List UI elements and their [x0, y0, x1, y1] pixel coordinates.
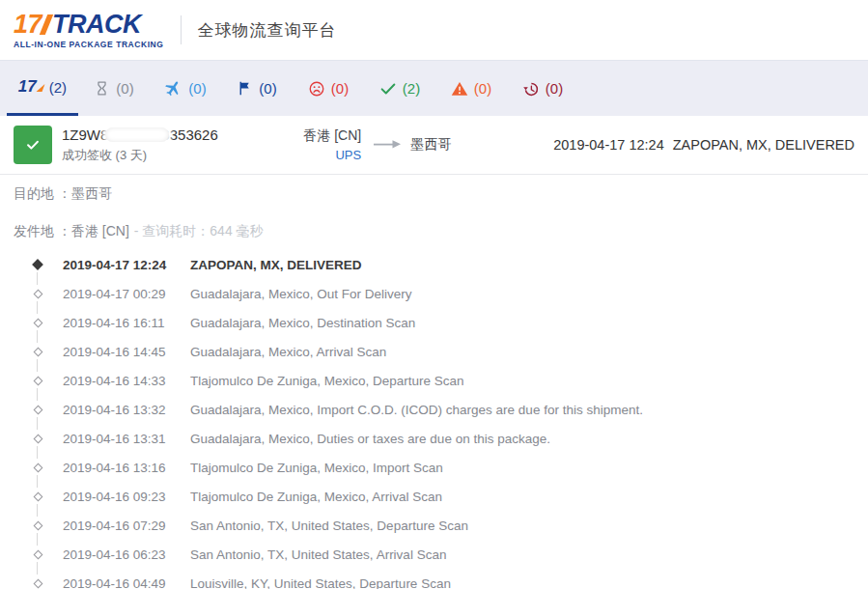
redacted-blur [105, 127, 169, 142]
timeline-event-status: Guadalajara, Mexico, Out For Delivery [190, 287, 868, 301]
timeline-diamond-icon [32, 580, 43, 587]
timeline-event-status: Guadalajara, Mexico, Duties or taxes are… [190, 432, 868, 446]
brand-tagline: ALL-IN-ONE PACKAGE TRACKING [14, 40, 163, 49]
timeline-event-status: Louisville, KY, United States, Departure… [190, 576, 868, 589]
origin-value: 香港 [CN] [71, 223, 129, 240]
timeline-event-time: 2019-04-16 13:31 [63, 432, 190, 446]
tab-alert-count: (0) [474, 80, 491, 97]
timeline-event-time: 2019-04-16 07:29 [63, 519, 190, 533]
destination-label: 目的地 ： [14, 185, 71, 203]
timeline-event-row: 2019-04-16 06:23 San Antonio, TX, United… [0, 540, 868, 569]
timeline-event-time: 2019-04-17 12:24 [63, 258, 190, 272]
destination-value: 墨西哥 [71, 185, 112, 203]
site-title: 全球物流查询平台 [197, 19, 336, 42]
timeline-diamond-icon [32, 291, 43, 297]
timeline-event-status: Guadalajara, Mexico, Arrival Scan [190, 345, 868, 359]
tab-undelivered-count: (0) [331, 80, 349, 97]
timeline-event-time: 2019-04-16 16:11 [63, 316, 190, 330]
timeline-event-status: San Antonio, TX, United States, Arrival … [190, 547, 868, 562]
route-arrow-icon [373, 136, 402, 154]
route-origin: 香港 [CN] [292, 127, 361, 145]
timeline-event-row: 2019-04-16 07:29 San Antonio, TX, United… [0, 511, 868, 540]
package-summary-row[interactable]: 1Z9W86353626 成功签收 (3 天) 香港 [CN] UPS 墨西哥 … [0, 116, 868, 175]
timeline-event-row: 2019-04-16 09:23 Tlajomulco De Zuniga, M… [0, 482, 868, 511]
history-clock-icon [522, 80, 540, 98]
tab-pending[interactable]: (0) [78, 61, 150, 116]
warning-icon [451, 80, 468, 98]
timeline-event-row: 2019-04-16 14:45 Guadalajara, Mexico, Ar… [0, 337, 868, 366]
timeline-event-time: 2019-04-16 14:33 [63, 374, 190, 388]
tracking-number: 1Z9W86353626 [62, 126, 218, 143]
tab-alert[interactable]: (0) [435, 61, 507, 116]
carrier-link[interactable]: UPS [292, 148, 361, 162]
timeline-event-row: 2019-04-16 13:32 Guadalajara, Mexico, Im… [0, 395, 868, 424]
origin-label: 发件地 ： [14, 223, 71, 240]
timeline-event-time: 2019-04-16 09:23 [63, 490, 190, 504]
flag-icon [237, 80, 253, 97]
status-tabbar: 17 (2) (0) (0) (0) (0) (2) (0 [0, 60, 868, 116]
latest-event: 2019-04-17 12:24 ZAPOPAN, MX, DELIVERED [553, 137, 854, 153]
check-icon [379, 80, 397, 98]
timeline-event-status: Guadalajara, Mexico, Destination Scan [190, 316, 868, 330]
tab-expired[interactable]: (0) [507, 61, 578, 116]
tab-pending-count: (0) [116, 80, 133, 97]
header: 17 TRACK ALL-IN-ONE PACKAGE TRACKING 全球物… [0, 0, 868, 60]
timeline-event-row: 2019-04-17 00:29 Guadalajara, Mexico, Ou… [0, 279, 868, 308]
tab-all[interactable]: 17 (2) [7, 61, 78, 116]
timeline-event-status: Tlajomulco De Zuniga, Mexico, Arrival Sc… [190, 490, 868, 504]
route: 香港 [CN] UPS 墨西哥 [292, 127, 451, 162]
seventeen-logo-icon: 17 [18, 77, 43, 97]
timeline-event-time: 2019-04-16 14:45 [63, 345, 190, 359]
tab-in-transit[interactable]: (0) [150, 61, 221, 116]
tab-delivered[interactable]: (2) [364, 61, 435, 116]
timeline-event-status: Tlajomulco De Zuniga, Mexico, Import Sca… [190, 461, 868, 475]
timeline-diamond-icon [32, 435, 43, 442]
brand-17-text: 17 [14, 12, 42, 38]
timeline-event-time: 2019-04-16 04:49 [63, 576, 190, 589]
timeline-event-status: ZAPOPAN, MX, DELIVERED [190, 258, 868, 272]
route-destination: 墨西哥 [410, 136, 451, 154]
timeline-diamond-icon [32, 407, 43, 413]
brand-logo[interactable]: 17 TRACK ALL-IN-ONE PACKAGE TRACKING [14, 12, 163, 49]
tab-expired-count: (0) [546, 80, 563, 97]
timeline-event-row: 2019-04-16 04:49 Louisville, KY, United … [0, 569, 868, 589]
timeline-diamond-icon [32, 551, 43, 558]
header-divider [181, 15, 182, 44]
origin-row: 发件地 ： 香港 [CN] - 查询耗时：644 毫秒 [14, 212, 868, 250]
timeline-event-row: 2019-04-16 13:31 Guadalajara, Mexico, Du… [0, 424, 868, 453]
timeline-event-time: 2019-04-17 00:29 [63, 287, 190, 301]
timeline-event-status: Guadalajara, Mexico, Import C.O.D. (ICOD… [190, 403, 868, 417]
tab-all-count: (2) [49, 79, 67, 96]
shipment-details: 目的地 ： 墨西哥 发件地 ： 香港 [CN] - 查询耗时：644 毫秒 [0, 175, 868, 250]
timeline-event-time: 2019-04-16 13:32 [63, 403, 190, 417]
brand-track-text: TRACK [52, 12, 141, 38]
timeline-event-status: Tlajomulco De Zuniga, Mexico, Departure … [190, 374, 868, 388]
hourglass-icon [94, 80, 110, 97]
sad-face-icon [308, 80, 325, 98]
delivered-check-icon [14, 126, 52, 164]
tab-pick-up-count: (0) [259, 80, 276, 97]
timeline-diamond-icon [32, 320, 43, 326]
timeline-diamond-icon [32, 464, 43, 471]
tab-delivered-count: (2) [403, 80, 420, 97]
timeline-diamond-icon [32, 378, 43, 384]
tab-undelivered[interactable]: (0) [293, 61, 364, 116]
timeline-event-row: 2019-04-17 12:24 ZAPOPAN, MX, DELIVERED [0, 250, 868, 279]
tab-pick-up[interactable]: (0) [221, 61, 293, 116]
timeline-event-row: 2019-04-16 16:11 Guadalajara, Mexico, De… [0, 308, 868, 337]
tracking-timeline: 2019-04-17 12:24 ZAPOPAN, MX, DELIVERED … [0, 250, 868, 589]
timeline-diamond-icon [32, 522, 43, 529]
delivery-status-text: 成功签收 (3 天) [62, 147, 218, 164]
tab-in-transit-count: (0) [188, 80, 206, 97]
latest-event-time: 2019-04-17 12:24 [553, 137, 664, 153]
timeline-diamond-icon [32, 349, 43, 355]
latest-event-status: ZAPOPAN, MX, DELIVERED [673, 137, 854, 153]
timeline-event-row: 2019-04-16 14:33 Tlajomulco De Zuniga, M… [0, 366, 868, 395]
timeline-event-status: San Antonio, TX, United States, Departur… [190, 519, 868, 533]
timeline-event-time: 2019-04-16 13:16 [63, 461, 190, 475]
brand-wordmark: 17 TRACK [14, 12, 163, 38]
timeline-diamond-icon [32, 261, 43, 268]
query-time-note: - 查询耗时：644 毫秒 [134, 223, 264, 240]
timeline-diamond-icon [32, 493, 43, 500]
timeline-event-row: 2019-04-16 13:16 Tlajomulco De Zuniga, M… [0, 453, 868, 482]
